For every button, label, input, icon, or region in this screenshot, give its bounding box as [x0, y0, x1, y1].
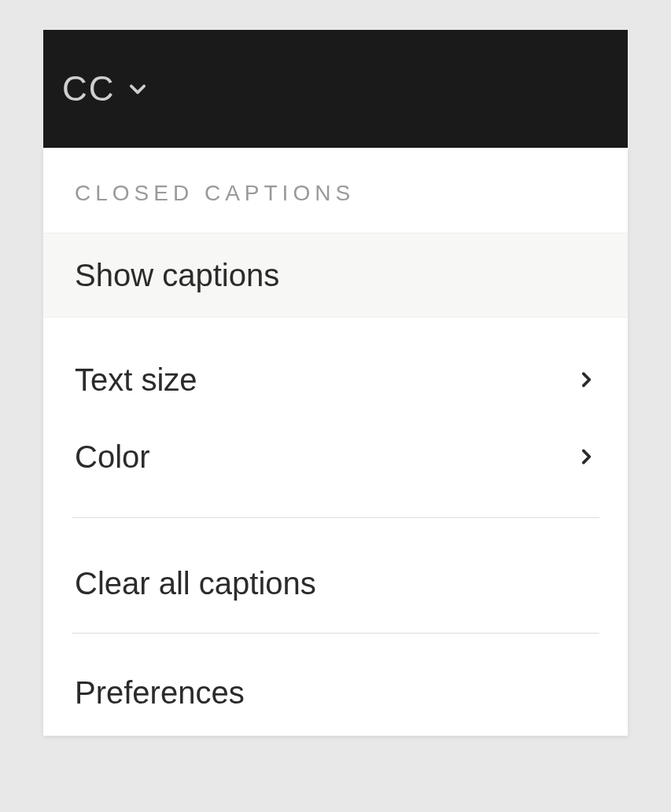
menu-item-label: Preferences [75, 675, 245, 711]
dropdown-header: CLOSED CAPTIONS [43, 148, 628, 233]
menu-item-label: Color [75, 439, 150, 475]
menu-item-color[interactable]: Color [43, 418, 628, 495]
chevron-down-icon [127, 78, 149, 100]
closed-captions-dropdown: CLOSED CAPTIONS Show captions Text size … [43, 148, 628, 736]
menu-item-label: Show captions [75, 258, 279, 293]
menu-item-clear-all-captions[interactable]: Clear all captions [43, 540, 628, 626]
menu-item-label: Text size [75, 362, 197, 398]
chevron-right-icon [576, 369, 596, 390]
menu-item-text-size[interactable]: Text size [43, 341, 628, 418]
chevron-right-icon [576, 446, 596, 467]
menu-item-show-captions[interactable]: Show captions [43, 233, 628, 318]
toolbar: CC [43, 30, 628, 148]
menu-item-preferences[interactable]: Preferences [43, 649, 628, 736]
cc-dropdown-button[interactable]: CC [62, 69, 149, 108]
menu-item-label: Clear all captions [75, 566, 316, 601]
cc-label: CC [62, 69, 116, 108]
